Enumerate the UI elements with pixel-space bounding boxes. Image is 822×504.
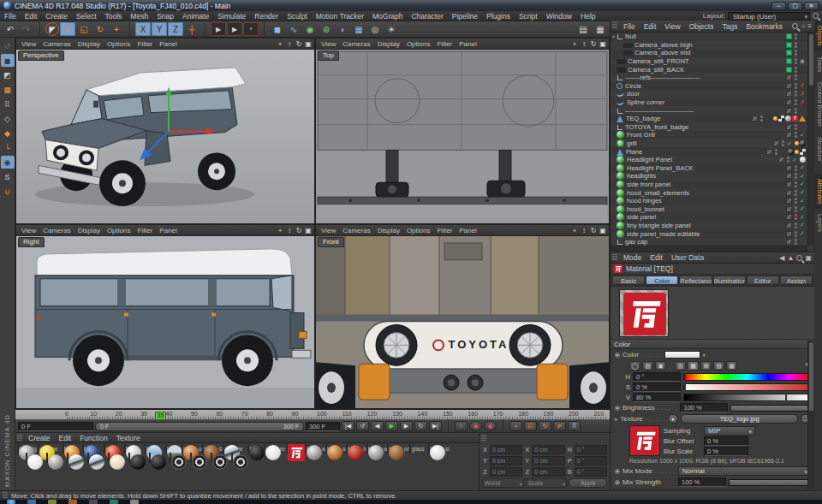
enable-toggle[interactable] — [786, 99, 792, 105]
history-icon[interactable]: ↺ — [1, 39, 15, 52]
visibility-dots[interactable] — [759, 116, 763, 122]
workplane-mode-icon[interactable]: ▦ — [1, 83, 15, 96]
search-icon[interactable] — [796, 255, 802, 261]
visibility-dots[interactable] — [794, 214, 797, 220]
material-thumbnail[interactable] — [170, 453, 171, 463]
enable-toggle[interactable] — [786, 165, 792, 171]
material-thumbnail[interactable] — [211, 453, 212, 463]
zoom-view-icon[interactable]: ↕ — [580, 226, 588, 234]
enable-toggle[interactable] — [786, 222, 792, 228]
home-icon[interactable]: ⌂ — [801, 22, 805, 30]
tab-attributes[interactable]: Attributes — [814, 174, 822, 210]
object-row[interactable]: Plane — [611, 147, 807, 156]
visibility-dots[interactable] — [794, 181, 797, 187]
menu-item-options[interactable]: Options — [104, 227, 134, 234]
menu-item-animate[interactable]: Animate — [178, 12, 213, 21]
history-back-icon[interactable]: ◀ — [779, 254, 784, 262]
tag-icons[interactable]: T — [773, 116, 806, 122]
mix-strength-slider[interactable] — [729, 479, 811, 486]
magnet-icon[interactable]: ∪ — [1, 185, 15, 198]
menu-item-create[interactable]: Create — [41, 12, 72, 21]
hue-field[interactable]: 0 ° — [633, 372, 681, 382]
enable-toggle[interactable] — [786, 231, 792, 237]
material-item[interactable]: temp_bl — [202, 444, 221, 453]
autokey-icon[interactable]: ◉ — [484, 421, 497, 431]
object-list-scrollbar[interactable] — [807, 33, 814, 246]
tri-tag-icon[interactable] — [799, 116, 806, 122]
end-frame-field[interactable]: 300 F — [306, 422, 340, 431]
playhead-marker[interactable]: 35 — [155, 412, 166, 420]
material-thumbnail[interactable] — [124, 444, 126, 454]
visibility-dots[interactable] — [794, 91, 797, 97]
rotation-field[interactable]: 0 ° — [575, 467, 607, 477]
visibility-dots[interactable] — [794, 50, 797, 56]
lock-y-icon[interactable]: Y — [152, 22, 167, 36]
material-thumbnail[interactable] — [87, 453, 89, 463]
size-field[interactable]: 0 cm — [532, 467, 564, 477]
material-item[interactable]: blue — [79, 444, 98, 453]
menu-item-view[interactable]: View — [318, 227, 339, 234]
coord-size-select[interactable]: Scale — [526, 478, 568, 488]
viewport-label[interactable]: Front — [318, 237, 344, 247]
menu-item-filter[interactable]: Filter — [134, 227, 156, 234]
position-field[interactable]: 0 cm — [490, 456, 522, 465]
brightness-radio[interactable] — [615, 406, 620, 411]
material-thumbnail[interactable] — [190, 453, 192, 463]
object-row[interactable]: TEQ_badgeT — [611, 115, 807, 123]
menu-item-cameras[interactable]: Cameras — [339, 227, 373, 234]
material-item[interactable]: Mat — [58, 444, 77, 453]
enable-toggle[interactable] — [786, 58, 792, 64]
menu-item-render[interactable]: Render — [250, 12, 283, 21]
material-thumbnail[interactable] — [46, 453, 48, 463]
visibility-dots[interactable] — [794, 67, 797, 73]
apply-button[interactable]: Apply — [569, 478, 607, 488]
tab-takes[interactable]: Takes — [814, 51, 822, 77]
visibility-dots[interactable] — [794, 231, 797, 237]
layout-interface-icon[interactable]: ▤ — [575, 22, 591, 36]
material-thumbnail[interactable] — [108, 453, 110, 463]
rotate-icon[interactable]: ↻ — [92, 22, 108, 36]
material-thumbnail[interactable] — [63, 444, 64, 454]
position-field[interactable]: 0 cm — [490, 467, 522, 477]
sampling-select[interactable]: MIP — [704, 426, 755, 436]
material-thumbnail[interactable] — [366, 444, 368, 454]
enable-toggle[interactable] — [786, 74, 792, 80]
texture-mode-icon[interactable]: ◩ — [1, 68, 15, 81]
material-item[interactable]: Mat — [120, 444, 139, 453]
menu-item-cameras[interactable]: Cameras — [39, 227, 74, 234]
blur-scale-field[interactable]: 0 % — [704, 447, 748, 456]
color-picture-icon[interactable]: ▣ — [655, 361, 666, 371]
add-spline-icon[interactable]: ∿ — [286, 22, 301, 36]
add-light-icon[interactable]: ☀ — [384, 22, 399, 36]
menu-item-display[interactable]: Display — [74, 40, 104, 48]
visibility-dots[interactable] — [794, 190, 797, 196]
brightness-slider[interactable] — [730, 405, 811, 412]
object-row[interactable]: hood hinges✓ — [611, 197, 807, 205]
enable-toggle[interactable] — [786, 198, 792, 204]
od-tag-icon[interactable] — [773, 116, 777, 121]
menu-item-script[interactable]: Script — [515, 12, 542, 21]
menu-item-filter[interactable]: Filter — [134, 40, 156, 48]
record-icon[interactable]: ⊘ — [455, 421, 468, 431]
viewport-right[interactable]: ViewCamerasDisplayOptionsFilterPanel +↕↻… — [15, 224, 315, 409]
search-icon[interactable] — [813, 13, 819, 19]
menu-item-view[interactable]: View — [318, 40, 339, 48]
material-thumbnail[interactable] — [104, 444, 105, 454]
object-row[interactable]: hood_small_elements✓ — [611, 188, 807, 197]
rotate-view-icon[interactable]: ↻ — [589, 226, 598, 234]
next-key-icon[interactable]: ↻ — [414, 421, 427, 431]
object-row[interactable]: TOTOYA_front_badge — [611, 123, 807, 132]
viewport-top[interactable]: ViewCamerasDisplayOptionsFilterPanel +↕↻… — [315, 38, 610, 224]
menu-item-motion-tracker[interactable]: Motion Tracker — [312, 12, 368, 21]
menu-item-bookmarks[interactable]: Bookmarks — [742, 22, 787, 31]
menu-item-create[interactable]: Create — [24, 434, 55, 442]
menu-item-display[interactable]: Display — [74, 227, 104, 234]
tab-layers[interactable]: Layers — [814, 209, 822, 237]
add-deformer-icon[interactable]: ◗ — [335, 22, 350, 36]
object-row[interactable]: Camera_above high — [611, 41, 807, 50]
material-thumbnail[interactable] — [128, 453, 130, 463]
add-environment-icon[interactable]: ▦ — [351, 22, 366, 36]
model-mode-icon[interactable]: ◼ — [1, 54, 15, 67]
rotate-view-icon[interactable]: ↻ — [295, 226, 303, 234]
viewport-perspective[interactable]: ViewCamerasDisplayOptionsFilterPanel +↕↻… — [15, 38, 315, 224]
